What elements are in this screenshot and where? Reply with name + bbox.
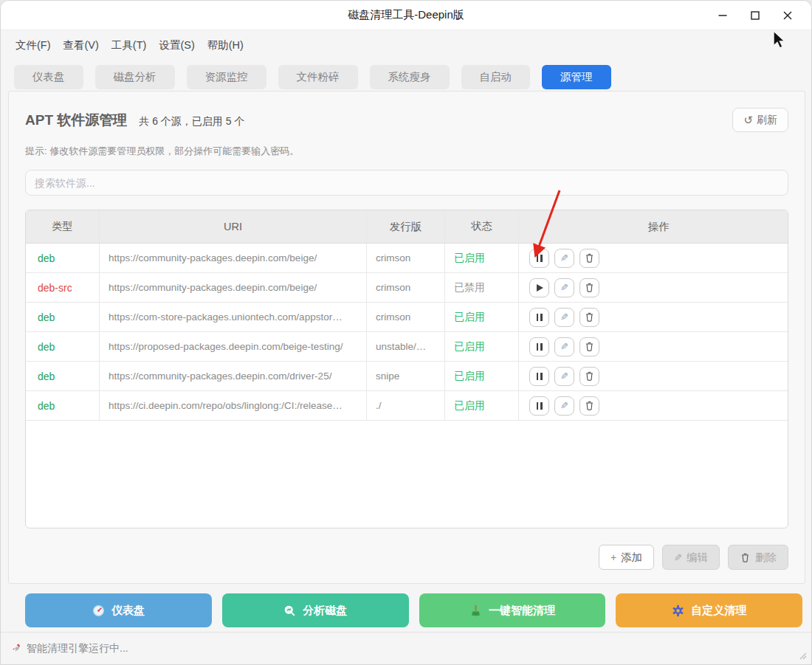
source-uri: https://com-store-packages.uniontech.com… (100, 303, 367, 331)
header-status: 状态 (445, 210, 519, 243)
status-badge: 已启用 (445, 362, 519, 390)
tab-autostart[interactable]: 自启动 (461, 65, 531, 89)
menu-help[interactable]: 帮助(H) (206, 36, 245, 55)
pencil-icon: ✎ (560, 400, 568, 411)
refresh-icon: ↺ (743, 114, 753, 127)
status-text: 智能清理引擎运行中... (27, 642, 128, 655)
resize-grip[interactable] (798, 651, 807, 660)
edit-source-button[interactable]: ✎ (554, 278, 574, 297)
refresh-button[interactable]: ↺ 刷新 (732, 108, 788, 132)
tab-disk-analysis[interactable]: 磁盘分析 (95, 65, 175, 89)
pause-icon (537, 402, 543, 410)
play-icon (537, 284, 543, 292)
status-badge: 已启用 (445, 391, 519, 420)
edit-source-button[interactable]: ✎ (554, 308, 574, 327)
source-type: deb (26, 391, 100, 420)
delete-selected-button[interactable]: 删除 (728, 545, 788, 570)
menu-tools[interactable]: 工具(T) (110, 36, 148, 55)
source-type: deb (26, 362, 100, 390)
menu-file[interactable]: 文件(F) (14, 36, 52, 55)
pause-source-button[interactable] (529, 396, 549, 416)
gauge-icon (92, 604, 105, 617)
tab-resource-monitor[interactable]: 资源监控 (187, 65, 266, 89)
source-dist: ./ (367, 391, 445, 420)
close-button[interactable] (771, 1, 804, 30)
edit-source-button[interactable]: ✎ (554, 249, 574, 268)
header-uri: URI (100, 210, 367, 243)
source-uri: https://community-packages.deepin.com/be… (100, 244, 367, 272)
maximize-icon (749, 10, 761, 21)
source-dist: crimson (367, 273, 445, 302)
row-actions: ✎ (519, 391, 788, 420)
row-actions: ✎ (519, 362, 788, 390)
panel-header: APT 软件源管理 共 6 个源，已启用 5 个 (25, 111, 788, 130)
menu-settings[interactable]: 设置(S) (157, 36, 196, 55)
source-dist: crimson (367, 303, 445, 331)
window-controls (706, 1, 804, 30)
status-badge: 已启用 (445, 244, 519, 272)
source-uri: https://community-packages.deepin.com/be… (100, 273, 367, 302)
table-header-row: 类型 URI 发行版 状态 操作 (26, 210, 788, 244)
enable-source-button[interactable] (529, 278, 549, 297)
header-type: 类型 (26, 210, 100, 243)
window-title: 磁盘清理工具-Deepin版 (348, 8, 464, 22)
edit-selected-button[interactable]: ✎ 编辑 (662, 545, 720, 570)
add-source-button[interactable]: + 添加 (599, 545, 654, 570)
refresh-label: 刷新 (757, 114, 777, 127)
pause-icon (537, 314, 543, 321)
table-row: deb https://proposed-packages.deepin.com… (26, 332, 788, 362)
analyze-disk-button[interactable]: 分析磁盘 (222, 593, 409, 627)
permission-hint: 提示: 修改软件源需要管理员权限，部分操作可能需要输入密码。 (25, 145, 788, 158)
tab-source-manager[interactable]: 源管理 (542, 65, 611, 89)
app-window: 磁盘清理工具-Deepin版 文件(F) 查看(V) 工具(T) 设置(S) 帮… (0, 0, 812, 665)
source-manager-panel: APT 软件源管理 共 6 个源，已启用 5 个 ↺ 刷新 提示: 修改软件源需… (8, 91, 805, 584)
pause-source-button[interactable] (529, 308, 549, 327)
pause-icon (537, 343, 543, 351)
pause-source-button[interactable] (529, 367, 549, 386)
status-badge: 已启用 (445, 332, 519, 361)
pause-source-button[interactable] (529, 249, 549, 268)
table-row: deb https://com-store-packages.uniontech… (26, 303, 788, 332)
tab-dashboard[interactable]: 仪表盘 (14, 65, 83, 89)
delete-source-button[interactable] (579, 337, 599, 356)
source-uri: https://proposed-packages.deepin.com/bei… (100, 332, 367, 361)
trash-icon (584, 371, 595, 382)
close-icon (782, 10, 794, 21)
search-input[interactable] (25, 170, 788, 196)
delete-source-button[interactable] (579, 249, 599, 268)
title-bar: 磁盘清理工具-Deepin版 (1, 1, 811, 30)
source-type: deb (26, 244, 100, 272)
tab-file-shredder[interactable]: 文件粉碎 (278, 65, 358, 89)
quick-action-bar: 仪表盘 分析磁盘 一键智能清理 (25, 593, 802, 627)
pencil-icon: ✎ (560, 371, 568, 382)
pause-icon (537, 373, 543, 380)
source-uri: https://ci.deepin.com/repo/obs/linglong:… (100, 391, 367, 420)
tab-system-slimming[interactable]: 系统瘦身 (370, 65, 450, 89)
source-uri: https://community-packages.deepin.com/dr… (100, 362, 367, 390)
menu-bar: 文件(F) 查看(V) 工具(T) 设置(S) 帮助(H) (1, 31, 811, 60)
delete-source-button[interactable] (579, 367, 599, 386)
dashboard-button[interactable]: 仪表盘 (25, 593, 212, 627)
delete-source-button[interactable] (579, 278, 599, 297)
trash-icon (584, 282, 595, 293)
edit-source-button[interactable]: ✎ (554, 337, 574, 356)
status-badge: 已禁用 (445, 273, 519, 302)
delete-source-button[interactable] (579, 396, 599, 416)
minimize-button[interactable] (706, 1, 739, 30)
row-actions: ✎ (519, 303, 788, 331)
smart-clean-button[interactable]: 一键智能清理 (419, 593, 606, 627)
pause-icon (537, 255, 543, 262)
sources-table: 类型 URI 发行版 状态 操作 deb https://community-p… (25, 210, 788, 528)
menu-view[interactable]: 查看(V) (62, 36, 100, 55)
delete-source-button[interactable] (579, 308, 599, 327)
magnifier-icon (283, 604, 296, 617)
pause-source-button[interactable] (529, 337, 549, 356)
edit-source-button[interactable]: ✎ (554, 396, 574, 416)
header-dist: 发行版 (367, 210, 445, 243)
table-row: deb https://community-packages.deepin.co… (26, 362, 788, 391)
maximize-button[interactable] (739, 1, 771, 30)
custom-clean-button[interactable]: 自定义清理 (616, 593, 802, 627)
edit-source-button[interactable]: ✎ (554, 367, 574, 386)
table-row: deb https://ci.deepin.com/repo/obs/lingl… (26, 391, 788, 421)
source-type: deb (26, 332, 100, 361)
